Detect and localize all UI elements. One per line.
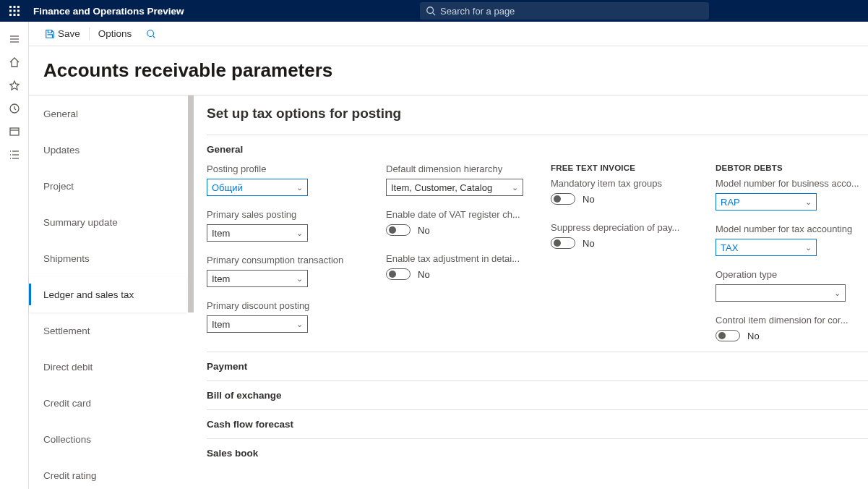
page-header: Accounts receivable parameters [29, 46, 868, 95]
nav-item-settlement[interactable]: Settlement [29, 312, 186, 349]
nav-item-ledger-and-sales-tax[interactable]: Ledger and sales tax [29, 276, 186, 312]
section-title[interactable]: Payment [207, 361, 868, 372]
column-dimension: Default dimension hierarchy Item, Custom… [386, 163, 530, 346]
nav-item-project[interactable]: Project [29, 168, 186, 204]
label-enable-tax-adj: Enable tax adjustment in detai... [386, 253, 530, 264]
search-icon [426, 6, 436, 16]
nav-item-shipments[interactable]: Shipments [29, 240, 186, 276]
section-title[interactable]: Cash flow forecast [207, 419, 868, 430]
nav-item-general[interactable]: General [29, 95, 186, 132]
heading-debtor: DEBTOR DEBTS [716, 163, 860, 172]
label-operation-type: Operation type [716, 269, 860, 280]
column-posting: Posting profile Общий⌄ Primary sales pos… [207, 163, 366, 346]
select-posting-profile[interactable]: Общий⌄ [207, 179, 308, 196]
toggle-state-cid: No [747, 331, 760, 341]
search-action-icon[interactable] [139, 22, 166, 46]
section-cash-flow-forecast: Cash flow forecast [207, 409, 868, 438]
column-fti: FREE TEXT INVOICE Mandatory item tax gro… [551, 163, 695, 346]
side-nav: GeneralUpdatesProjectSummary updateShipm… [29, 95, 194, 489]
label-primary-consumption: Primary consumption transaction [207, 255, 366, 265]
toggle-state-mit: No [583, 194, 595, 205]
hamburger-icon[interactable] [0, 27, 29, 51]
select-default-dim[interactable]: Item, Customer, Catalog⌄ [386, 179, 523, 196]
app-title: Finance and Operations Preview [33, 6, 184, 17]
topbar: Finance and Operations Preview Search fo… [0, 0, 868, 22]
modules-icon[interactable] [0, 143, 29, 166]
nav-item-summary-update[interactable]: Summary update [29, 204, 186, 240]
chevron-down-icon: ⌄ [805, 197, 812, 207]
svg-rect-6 [9, 14, 12, 16]
svg-point-9 [427, 7, 434, 14]
workspace-icon[interactable] [0, 120, 29, 143]
nav-item-direct-debit[interactable]: Direct debit [29, 349, 186, 385]
select-primary-consumption[interactable]: Item⌄ [207, 270, 308, 287]
svg-line-10 [433, 13, 436, 16]
left-rail [0, 22, 29, 489]
content-pane: Set up tax options for posting General P… [194, 95, 868, 489]
select-model-business[interactable]: RAP⌄ [716, 193, 817, 211]
label-primary-sales: Primary sales posting [207, 209, 366, 220]
nav-item-updates[interactable]: Updates [29, 132, 186, 168]
chevron-down-icon: ⌄ [834, 289, 841, 298]
svg-rect-3 [9, 10, 12, 12]
label-model-business: Model number for business acco... [716, 178, 860, 189]
select-primary-sales[interactable]: Item⌄ [207, 224, 308, 242]
label-suppress-depr: Suppress depreciation of pay... [551, 222, 695, 233]
svg-line-24 [153, 35, 155, 38]
toggle-state-sd: No [583, 238, 595, 249]
nav-item-collections[interactable]: Collections [29, 421, 186, 457]
save-button[interactable]: Save [38, 22, 87, 46]
label-model-tax: Model number for tax accounting [716, 224, 860, 234]
page-title: Accounts receivable parameters [43, 59, 332, 82]
recent-icon[interactable] [0, 97, 29, 120]
workspace: GeneralUpdatesProjectSummary updateShipm… [29, 95, 868, 489]
chevron-down-icon: ⌄ [296, 320, 303, 329]
chevron-down-icon: ⌄ [296, 229, 303, 238]
label-mandatory-item-tax: Mandatory item tax groups [551, 178, 695, 189]
select-operation-type[interactable]: ⌄ [716, 284, 846, 302]
svg-rect-5 [17, 10, 20, 12]
chevron-down-icon: ⌄ [805, 243, 812, 252]
toggle-suppress-depr[interactable] [551, 237, 575, 249]
search-placeholder: Search for a page [440, 6, 515, 17]
options-button[interactable]: Options [91, 22, 139, 46]
section-title[interactable]: Sales book [207, 448, 868, 459]
svg-rect-2 [17, 6, 20, 8]
section-general: General Posting profile Общий⌄ Primary s… [207, 135, 868, 352]
toggle-enable-vat-date[interactable] [386, 224, 411, 236]
label-posting-profile: Posting profile [207, 163, 366, 174]
toggle-state-vat: No [418, 225, 430, 236]
star-icon[interactable] [0, 74, 29, 97]
save-icon [45, 29, 55, 39]
app-launcher-icon[interactable] [0, 5, 29, 17]
svg-point-23 [147, 30, 154, 36]
home-icon[interactable] [0, 51, 29, 74]
action-bar: Save Options [0, 22, 868, 46]
label-default-dim: Default dimension hierarchy [386, 163, 530, 174]
label-primary-discount: Primary discount posting [207, 300, 366, 311]
chevron-down-icon: ⌄ [512, 183, 518, 192]
svg-rect-15 [10, 128, 19, 135]
chevron-down-icon: ⌄ [296, 183, 303, 192]
section-general-title[interactable]: General [207, 144, 868, 155]
section-bill-of-exchange: Bill of exchange [207, 380, 868, 409]
toggle-mandatory-item-tax[interactable] [551, 193, 575, 205]
select-model-tax[interactable]: TAX⌄ [716, 239, 817, 256]
column-debtor: DEBTOR DEBTS Model number for business a… [716, 163, 860, 346]
search-input[interactable]: Search for a page [420, 2, 709, 20]
toggle-enable-tax-adj[interactable] [386, 268, 411, 280]
section-payment: Payment [207, 352, 868, 380]
nav-item-credit-rating[interactable]: Credit rating [29, 457, 186, 489]
svg-rect-1 [14, 6, 16, 8]
select-primary-discount[interactable]: Item⌄ [207, 315, 308, 333]
section-title[interactable]: Bill of exchange [207, 390, 868, 401]
separator [89, 27, 90, 41]
save-label: Save [58, 28, 80, 39]
nav-item-credit-card[interactable]: Credit card [29, 385, 186, 421]
toggle-control-item-dim[interactable] [716, 330, 740, 341]
svg-rect-4 [14, 10, 16, 12]
toggle-state-taxadj: No [418, 269, 430, 280]
section-sales-book: Sales book [207, 438, 868, 467]
label-enable-vat-date: Enable date of VAT register ch... [386, 209, 530, 220]
scrollbar-thumb[interactable] [188, 95, 194, 312]
